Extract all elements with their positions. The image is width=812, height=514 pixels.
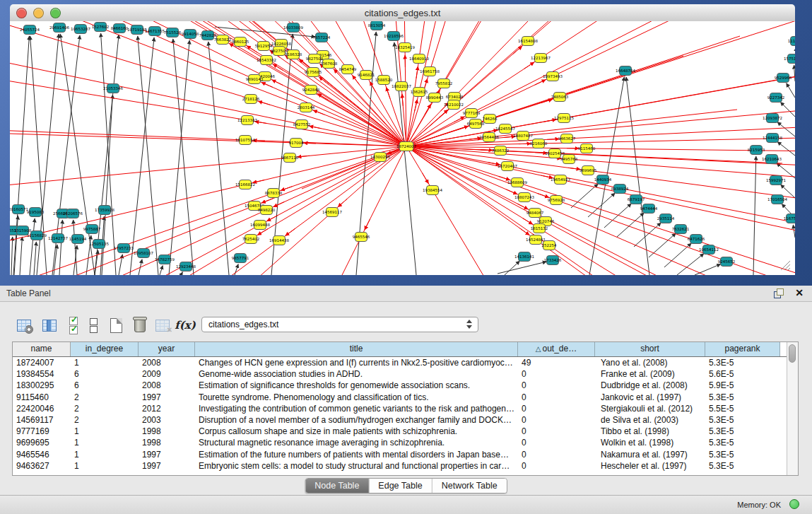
network-node[interactable]: 9465546 bbox=[353, 233, 370, 242]
resize-grip-icon[interactable] bbox=[781, 261, 790, 270]
network-node[interactable]: 19384554 bbox=[423, 186, 442, 195]
citation-arrow-red[interactable] bbox=[519, 228, 529, 235]
citation-arrow-red[interactable] bbox=[370, 82, 375, 93]
network-node[interactable]: 12142737 bbox=[48, 234, 68, 243]
citation-edge-red[interactable] bbox=[406, 21, 500, 146]
network-node[interactable]: 746266 bbox=[483, 115, 498, 124]
citation-arrow-red[interactable] bbox=[365, 219, 370, 230]
citation-edge-black[interactable] bbox=[780, 102, 795, 117]
citation-network-graph[interactable]: 2405572420691406106532871527602846616010… bbox=[10, 21, 795, 275]
network-node[interactable]: 24055724 bbox=[20, 25, 40, 35]
table-row[interactable]: 1872400712008Changes of HCN gene express… bbox=[13, 357, 798, 368]
column-header-pagerank[interactable]: pagerank bbox=[705, 342, 780, 356]
network-node[interactable]: 20691406 bbox=[49, 23, 69, 33]
network-node[interactable]: 9195083 bbox=[27, 208, 45, 217]
network-node[interactable]: 10958107 bbox=[134, 249, 153, 258]
citation-arrow-red[interactable] bbox=[416, 66, 418, 78]
network-node[interactable]: 12093872 bbox=[763, 114, 782, 123]
network-node[interactable]: 6879197 bbox=[628, 195, 645, 204]
network-node[interactable]: 16914438 bbox=[269, 236, 289, 245]
citation-edge-red[interactable] bbox=[406, 115, 795, 146]
delete-table-button[interactable]: ✕ bbox=[153, 315, 172, 335]
network-node[interactable]: 16648784 bbox=[616, 66, 635, 76]
citation-edge-black[interactable] bbox=[138, 36, 158, 275]
network-node[interactable]: 12213383 bbox=[237, 116, 257, 125]
network-node[interactable]: 7663822 bbox=[214, 35, 232, 45]
tab-edge-table[interactable]: Edge Table bbox=[369, 479, 432, 493]
citation-edge-black[interactable] bbox=[20, 237, 22, 275]
network-node[interactable]: 917004 bbox=[289, 139, 304, 148]
citation-edge-red[interactable] bbox=[406, 146, 795, 226]
citation-edge-red[interactable] bbox=[406, 21, 795, 146]
citation-edge-red[interactable] bbox=[10, 42, 406, 146]
network-node[interactable]: 8878338 bbox=[265, 189, 283, 198]
network-node[interactable]: 9495768 bbox=[560, 155, 578, 164]
citation-edge-black[interactable] bbox=[235, 264, 238, 275]
network-node[interactable]: 1440934 bbox=[594, 175, 612, 185]
tab-network-table[interactable]: Network Table bbox=[433, 479, 507, 493]
network-node[interactable]: 9699695 bbox=[579, 166, 597, 175]
citation-arrow-red[interactable] bbox=[547, 139, 559, 140]
citation-edge-red[interactable] bbox=[10, 132, 406, 146]
network-node[interactable]: 10688609 bbox=[507, 178, 527, 187]
citation-edge-red[interactable] bbox=[406, 33, 795, 146]
show-columns-button[interactable] bbox=[40, 315, 59, 335]
network-node[interactable]: 15992971 bbox=[766, 176, 786, 185]
network-node[interactable]: 20160571 bbox=[10, 205, 28, 214]
network-node[interactable]: 15751074 bbox=[784, 54, 795, 64]
citation-arrow-red[interactable] bbox=[272, 80, 283, 86]
network-node[interactable]: 7625402 bbox=[242, 235, 260, 244]
network-node[interactable]: 17957233 bbox=[114, 244, 134, 253]
network-node[interactable]: 8813054 bbox=[368, 21, 386, 30]
select-all-columns-button[interactable]: ✓ ✓ bbox=[64, 315, 83, 335]
citation-edge-black[interactable] bbox=[95, 35, 119, 275]
network-node[interactable]: 10653287 bbox=[71, 25, 90, 34]
network-node[interactable]: 9146821 bbox=[358, 71, 375, 80]
network-node[interactable]: 9857791 bbox=[232, 254, 249, 263]
citation-arrow-red[interactable] bbox=[304, 143, 316, 144]
citation-edge-black[interactable] bbox=[634, 223, 661, 247]
network-node[interactable]: 2718126 bbox=[242, 95, 260, 104]
network-node[interactable]: 12505135 bbox=[89, 240, 109, 249]
citation-edge-black[interactable] bbox=[794, 65, 795, 81]
scrollbar-thumb[interactable] bbox=[789, 344, 796, 363]
citation-edge-black[interactable] bbox=[677, 254, 704, 275]
citation-arrow-red[interactable] bbox=[310, 126, 322, 128]
network-node[interactable]: 7486322 bbox=[492, 146, 510, 156]
network-node[interactable]: 8454749 bbox=[339, 65, 357, 74]
network-node[interactable]: 9242848 bbox=[302, 86, 320, 95]
network-node[interactable]: 252254 bbox=[542, 241, 557, 250]
network-node[interactable]: 7857224 bbox=[313, 33, 331, 42]
network-node[interactable]: 1733426 bbox=[544, 256, 562, 265]
column-header-short[interactable]: short bbox=[595, 342, 705, 356]
citation-edge-black[interactable] bbox=[695, 264, 721, 275]
citation-edge-black[interactable] bbox=[498, 262, 546, 274]
network-node[interactable]: 20564486 bbox=[479, 133, 499, 142]
citation-edge-black[interactable] bbox=[30, 218, 35, 275]
citation-edge-black[interactable] bbox=[588, 193, 615, 217]
network-node[interactable]: 9529966 bbox=[775, 74, 792, 83]
new-column-button[interactable] bbox=[106, 315, 126, 335]
citation-arrow-red[interactable] bbox=[402, 94, 403, 106]
network-node[interactable]: 8990443 bbox=[426, 93, 444, 103]
citation-edge-black[interactable] bbox=[505, 261, 519, 275]
network-node[interactable]: 12444158 bbox=[763, 134, 782, 143]
network-node[interactable]: 9245652 bbox=[718, 257, 736, 267]
memory-ok-indicator[interactable] bbox=[789, 499, 799, 509]
network-node[interactable]: 2803144 bbox=[298, 103, 315, 112]
citation-edge-black[interactable] bbox=[95, 250, 98, 275]
network-node[interactable]: 1815132 bbox=[531, 224, 548, 233]
citation-arrow-red[interactable] bbox=[286, 228, 295, 235]
network-node[interactable]: 1527602 bbox=[92, 23, 110, 32]
citation-arrow-red[interactable] bbox=[415, 100, 418, 112]
unselect-all-columns-button[interactable] bbox=[83, 315, 103, 335]
network-node[interactable]: 9867110 bbox=[281, 153, 299, 163]
network-node[interactable]: 15166822 bbox=[235, 180, 255, 189]
network-canvas[interactable]: 2405572420691406106532871527602846616010… bbox=[10, 21, 795, 275]
citation-edge-red[interactable] bbox=[406, 146, 795, 243]
network-node[interactable]: 6471626 bbox=[688, 235, 705, 244]
citation-edge-red[interactable] bbox=[406, 36, 740, 146]
network-node[interactable]: 14136141 bbox=[514, 252, 534, 262]
citation-arrow-red[interactable] bbox=[261, 82, 273, 87]
citation-arrow-red[interactable] bbox=[259, 101, 270, 105]
